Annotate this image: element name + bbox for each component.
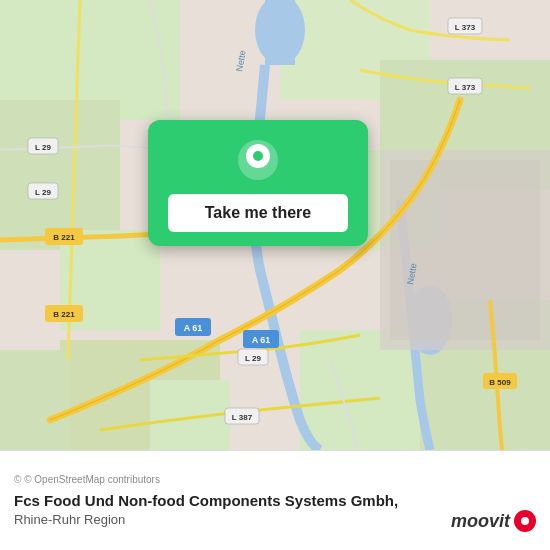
svg-rect-2 bbox=[0, 100, 120, 250]
svg-text:L 373: L 373 bbox=[455, 23, 476, 32]
svg-text:B 509: B 509 bbox=[489, 378, 511, 387]
location-pin-icon bbox=[236, 138, 280, 182]
svg-text:A 61: A 61 bbox=[184, 323, 203, 333]
svg-rect-13 bbox=[265, 0, 295, 65]
svg-text:L 373: L 373 bbox=[455, 83, 476, 92]
copyright-symbol: © bbox=[14, 474, 21, 485]
svg-rect-10 bbox=[0, 350, 70, 450]
svg-text:B 221: B 221 bbox=[53, 310, 75, 319]
svg-text:L 29: L 29 bbox=[35, 188, 51, 197]
svg-rect-16 bbox=[390, 160, 540, 340]
map-view[interactable]: A 61 A 61 B 221 B 221 L 29 L 29 L 29 L 3… bbox=[0, 0, 550, 450]
svg-text:L 387: L 387 bbox=[232, 413, 253, 422]
svg-text:L 29: L 29 bbox=[35, 143, 51, 152]
attribution-text: © OpenStreetMap contributors bbox=[24, 474, 160, 485]
moovit-logo: moovit bbox=[451, 510, 536, 532]
svg-text:B 221: B 221 bbox=[53, 233, 75, 242]
svg-point-43 bbox=[253, 151, 263, 161]
map-attribution: © © OpenStreetMap contributors bbox=[14, 474, 536, 485]
svg-text:A 61: A 61 bbox=[252, 335, 271, 345]
take-me-there-button[interactable]: Take me there bbox=[168, 194, 348, 232]
moovit-dot-inner bbox=[521, 517, 529, 525]
moovit-dot-icon bbox=[514, 510, 536, 532]
place-name: Fcs Food Und Non-food Components Systems… bbox=[14, 491, 536, 511]
svg-text:L 29: L 29 bbox=[245, 354, 261, 363]
moovit-label: moovit bbox=[451, 511, 510, 532]
info-panel: © © OpenStreetMap contributors Fcs Food … bbox=[0, 450, 550, 550]
location-popup: Take me there bbox=[148, 120, 368, 246]
